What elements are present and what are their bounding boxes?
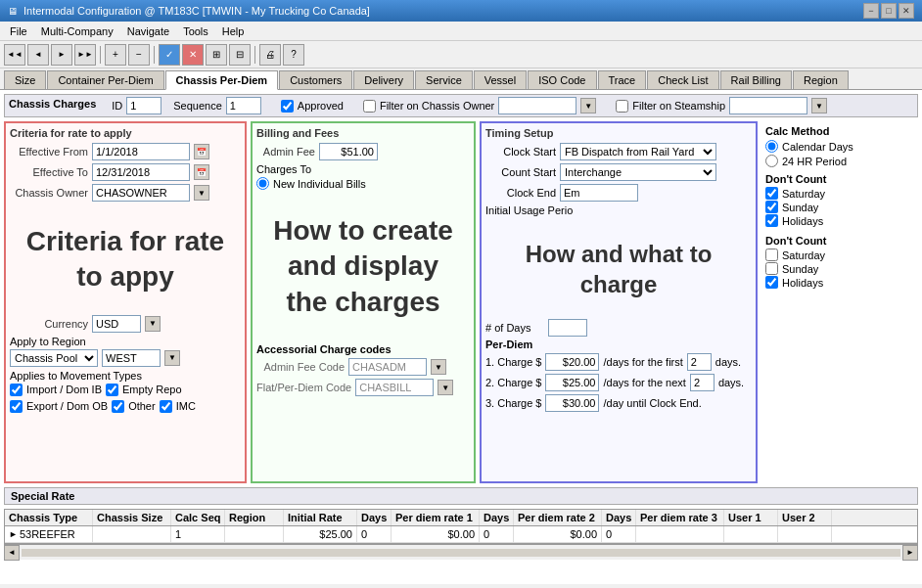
save-button[interactable]: ✓ bbox=[159, 44, 180, 66]
scroll-track[interactable] bbox=[22, 549, 900, 557]
imc-checkbox[interactable] bbox=[160, 400, 172, 413]
admin-fee-input[interactable] bbox=[319, 143, 378, 160]
add-button[interactable]: + bbox=[105, 44, 126, 66]
sun2-checkbox[interactable] bbox=[765, 262, 778, 275]
currency-input[interactable] bbox=[92, 315, 141, 333]
tab-vessel[interactable]: Vessel bbox=[474, 70, 527, 89]
tab-container-per-diem[interactable]: Container Per-Diem bbox=[47, 70, 163, 89]
tab-check-list[interactable]: Check List bbox=[647, 70, 718, 89]
close-button[interactable]: ✕ bbox=[899, 3, 914, 19]
eff-from-label: Effective From bbox=[10, 146, 88, 158]
tab-region[interactable]: Region bbox=[793, 70, 849, 89]
filter-steam-label: Filter on Steamship bbox=[632, 100, 725, 112]
tab-customers[interactable]: Customers bbox=[279, 70, 352, 89]
tab-rail-billing[interactable]: Rail Billing bbox=[720, 70, 792, 89]
hol1-checkbox[interactable] bbox=[765, 214, 778, 227]
chassis-owner-btn[interactable]: ▼ bbox=[194, 185, 209, 201]
flat-diem-code-btn[interactable]: ▼ bbox=[438, 380, 453, 395]
calendar-days-radio[interactable] bbox=[765, 140, 778, 153]
nav-last-button[interactable]: ►► bbox=[74, 44, 96, 66]
filter-steam-checkbox[interactable] bbox=[616, 100, 628, 113]
filter-chassis-btn[interactable]: ▼ bbox=[580, 98, 596, 113]
sat1-checkbox[interactable] bbox=[765, 187, 778, 200]
filter-steam-input[interactable] bbox=[729, 97, 807, 114]
charges-radio[interactable] bbox=[256, 177, 269, 190]
maximize-button[interactable]: □ bbox=[881, 3, 897, 19]
other-checkbox[interactable] bbox=[112, 400, 124, 413]
flat-diem-code-input[interactable] bbox=[355, 379, 434, 396]
chassis-owner-input[interactable] bbox=[92, 184, 190, 202]
id-input[interactable] bbox=[126, 97, 161, 114]
help-button[interactable]: ? bbox=[283, 44, 304, 66]
col-days3: Days bbox=[602, 510, 636, 525]
menu-multi-company[interactable]: Multi-Company bbox=[35, 23, 119, 39]
apply-region-btn[interactable]: ▼ bbox=[164, 350, 180, 366]
sat2-checkbox[interactable] bbox=[765, 249, 778, 261]
scroll-right-btn[interactable]: ► bbox=[902, 545, 918, 561]
delete-button[interactable]: − bbox=[128, 44, 150, 66]
dont-count1-title: Don't Count bbox=[765, 173, 914, 185]
seq-input[interactable] bbox=[226, 97, 261, 114]
minimize-button[interactable]: − bbox=[863, 3, 879, 19]
eff-to-input[interactable] bbox=[92, 163, 190, 181]
horizontal-scrollbar[interactable]: ◄ ► bbox=[4, 544, 918, 560]
admin-fee-code-label: Admin Fee Code bbox=[256, 361, 345, 373]
admin-fee-code-input[interactable] bbox=[348, 358, 427, 376]
clock-start-select[interactable]: FB Dispatch from Rail Yard bbox=[560, 143, 716, 160]
tab-size[interactable]: Size bbox=[4, 70, 46, 89]
filter-steam-btn[interactable]: ▼ bbox=[811, 98, 827, 113]
special-rate-header: Special Rate bbox=[4, 487, 918, 505]
admin-fee-code-btn[interactable]: ▼ bbox=[431, 359, 446, 375]
sun1-checkbox[interactable] bbox=[765, 201, 778, 213]
table-row[interactable]: ► 53REEFER 1 $25.00 0 $0.00 0 $0.00 0 bbox=[5, 526, 917, 543]
menu-file[interactable]: File bbox=[4, 23, 33, 39]
eff-from-btn[interactable]: 📅 bbox=[194, 144, 209, 159]
currency-btn[interactable]: ▼ bbox=[145, 316, 161, 332]
charge1-input[interactable] bbox=[545, 353, 599, 371]
filter-chassis-checkbox[interactable] bbox=[363, 100, 376, 113]
scroll-left-btn[interactable]: ◄ bbox=[4, 545, 20, 561]
apply-region-value[interactable] bbox=[102, 349, 161, 367]
menu-help[interactable]: Help bbox=[216, 23, 251, 39]
approved-checkbox[interactable] bbox=[281, 100, 294, 113]
days2-input[interactable] bbox=[690, 374, 715, 391]
right-panel: Calc Method Calendar Days 24 HR Period D… bbox=[761, 121, 918, 483]
24hr-radio[interactable] bbox=[765, 155, 778, 167]
count-start-select[interactable]: Interchange bbox=[560, 163, 716, 181]
charge3-input[interactable] bbox=[545, 394, 599, 412]
clock-end-input[interactable] bbox=[560, 184, 638, 202]
cancel-button[interactable]: ✕ bbox=[182, 44, 204, 66]
tab-service[interactable]: Service bbox=[415, 70, 473, 89]
charge2-input[interactable] bbox=[545, 374, 599, 391]
row-days3: 0 bbox=[602, 526, 636, 542]
menu-navigate[interactable]: Navigate bbox=[121, 23, 175, 39]
empty-checkbox[interactable] bbox=[106, 384, 118, 396]
collapse-button[interactable]: ⊟ bbox=[229, 44, 251, 66]
nav-prev-button[interactable]: ◄ bbox=[27, 44, 49, 66]
export-checkbox[interactable] bbox=[10, 400, 23, 413]
movement-other: Other bbox=[112, 400, 156, 413]
days1-input[interactable] bbox=[687, 353, 712, 371]
calendar-days-label: Calendar Days bbox=[782, 141, 853, 153]
import-checkbox[interactable] bbox=[10, 384, 23, 396]
nav-next-button[interactable]: ► bbox=[51, 44, 72, 66]
eff-to-btn[interactable]: 📅 bbox=[194, 164, 209, 180]
menu-tools[interactable]: Tools bbox=[177, 23, 214, 39]
nav-first-button[interactable]: ◄◄ bbox=[4, 44, 25, 66]
row-chassis-size bbox=[93, 526, 171, 542]
accessorial-title: Accessorial Charge codes bbox=[256, 343, 470, 355]
hol2-checkbox[interactable] bbox=[765, 276, 778, 289]
row-chassis-type: 53REEFER bbox=[20, 528, 75, 540]
num-days-input[interactable] bbox=[548, 319, 587, 337]
tab-delivery[interactable]: Delivery bbox=[353, 70, 414, 89]
layout-button[interactable]: ⊞ bbox=[206, 44, 227, 66]
filter-chassis-input[interactable] bbox=[498, 97, 576, 114]
tab-trace[interactable]: Trace bbox=[598, 70, 647, 89]
tab-chassis-per-diem[interactable]: Chassis Per-Diem bbox=[165, 70, 279, 90]
eff-from-input[interactable] bbox=[92, 143, 190, 160]
apply-region-select[interactable]: Chassis Pool bbox=[10, 349, 98, 367]
currency-label: Currency bbox=[10, 318, 88, 330]
tab-iso-code[interactable]: ISO Code bbox=[528, 70, 596, 89]
print-button[interactable]: 🖨 bbox=[259, 44, 281, 66]
criteria-title: Criteria for rate to apply bbox=[10, 127, 241, 139]
